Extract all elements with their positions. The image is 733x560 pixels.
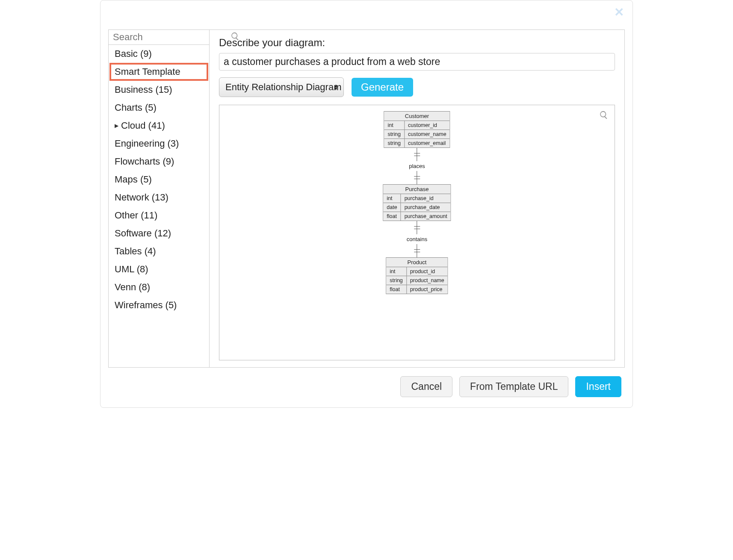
close-icon[interactable]: ✕ [614,6,624,18]
er-relationship: contains [407,221,427,257]
er-diagram: Customerintcustomer_idstringcustomer_nam… [383,111,451,294]
sidebar: Basic (9)Smart TemplateBusiness (15)Char… [109,30,210,367]
expand-icon: ▶ [115,123,118,129]
category-label: Other (11) [115,210,157,221]
category-label: Charts (5) [115,102,157,113]
er-field-type: string [384,139,404,148]
category-label: Software (12) [115,228,171,239]
er-field-name: product_id [406,267,447,276]
er-relationship-label: places [409,161,425,171]
diagram-preview[interactable]: Customerintcustomer_idstringcustomer_nam… [219,105,615,360]
er-relationship: places [409,148,425,184]
search-field-wrap [109,30,209,45]
er-entity-name: Product [386,258,448,267]
category-item[interactable]: Network (13) [109,189,208,206]
category-label: Tables (4) [115,246,156,257]
category-label: Cloud (41) [121,120,165,131]
category-label: Maps (5) [115,174,152,185]
category-item[interactable]: Charts (5) [109,99,208,117]
er-entity-name: Customer [384,112,449,121]
category-item[interactable]: Venn (8) [109,278,208,296]
category-label: Network (13) [115,192,168,203]
category-item[interactable]: Maps (5) [109,171,208,189]
category-label: UML (8) [115,264,148,275]
category-item[interactable]: Smart Template [109,63,208,81]
er-relationship-label: contains [407,234,427,244]
category-label: Wireframes (5) [115,300,177,311]
er-entity-name: Purchase [383,185,450,194]
category-item[interactable]: Flowcharts (9) [109,153,208,171]
category-label: Engineering (3) [115,138,179,149]
er-field-name: purchase_id [401,194,451,203]
category-item[interactable]: Other (11) [109,206,208,224]
er-field-name: purchase_date [401,203,451,212]
cancel-button[interactable]: Cancel [400,376,452,397]
category-item[interactable]: Business (15) [109,81,208,99]
controls-row: Entity Relationship Diagram ▲▼ Generate [219,77,615,97]
er-field-type: string [384,130,404,139]
template-dialog: ✕ Basic (9)Smart TemplateBusiness (15)Ch… [100,0,633,408]
category-label: Business (15) [115,84,172,95]
zoom-icon[interactable] [599,110,609,121]
prompt-input[interactable] [219,53,615,71]
category-item[interactable]: Basic (9) [109,45,208,63]
er-field-type: int [386,267,406,276]
category-item[interactable]: Tables (4) [109,242,208,260]
er-field-type: float [383,212,401,221]
diagram-type-selected-label: Entity Relationship Diagram [225,82,341,93]
er-field-name: customer_id [404,121,449,130]
category-item[interactable]: UML (8) [109,260,208,278]
category-list[interactable]: Basic (9)Smart TemplateBusiness (15)Char… [109,45,209,367]
category-item[interactable]: Software (12) [109,224,208,242]
er-field-type: date [383,203,401,212]
generate-button[interactable]: Generate [352,78,413,97]
er-field-type: string [386,276,406,285]
er-field-name: product_price [406,285,447,294]
er-entity: Productintproduct_idstringproduct_namefl… [386,257,448,294]
main-panel: Describe your diagram: Entity Relationsh… [210,30,624,367]
er-field-name: customer_name [404,130,449,139]
category-label: Smart Template [115,66,180,77]
er-field-type: float [386,285,406,294]
category-label: Venn (8) [115,282,150,293]
diagram-type-select[interactable]: Entity Relationship Diagram ▲▼ [219,77,344,97]
er-field-name: product_name [406,276,447,285]
prompt-label: Describe your diagram: [219,37,615,49]
category-label: Basic (9) [115,48,152,59]
er-field-type: int [384,121,404,130]
from-template-url-button[interactable]: From Template URL [459,376,568,397]
category-label: Flowcharts (9) [115,156,174,167]
er-field-name: customer_email [404,139,449,148]
er-field-name: purchase_amount [401,212,451,221]
dialog-footer: Cancel From Template URL Insert [108,368,625,400]
category-item[interactable]: Wireframes (5) [109,296,208,314]
er-entity: Purchaseintpurchase_iddatepurchase_datef… [383,184,451,221]
category-item[interactable]: Engineering (3) [109,135,208,153]
category-item[interactable]: ▶Cloud (41) [109,117,208,135]
er-field-type: int [383,194,401,203]
er-entity: Customerintcustomer_idstringcustomer_nam… [384,111,450,148]
select-arrows-icon: ▲▼ [334,84,338,90]
dialog-body: Basic (9)Smart TemplateBusiness (15)Char… [108,29,625,368]
insert-button[interactable]: Insert [575,376,621,397]
